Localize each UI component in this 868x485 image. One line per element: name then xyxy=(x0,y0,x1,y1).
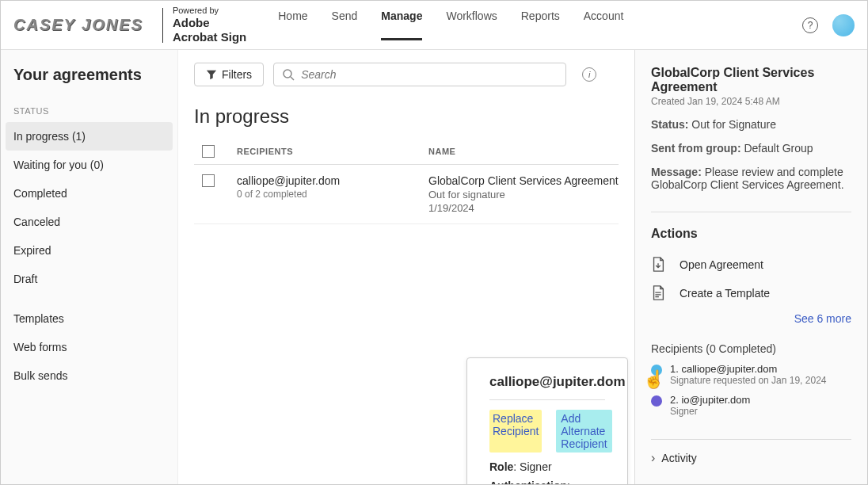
status-section-label: STATUS xyxy=(1,100,177,122)
row-email: calliope@jupiter.dom xyxy=(237,174,428,187)
chevron-right-icon: › xyxy=(651,451,655,465)
sidebar-item-bulk[interactable]: Bulk sends xyxy=(1,361,177,390)
sidebar-item-draft[interactable]: Draft xyxy=(1,265,177,293)
nav-account[interactable]: Account xyxy=(584,10,624,40)
created-date: Created Jan 19, 2024 5:48 AM xyxy=(651,96,851,107)
recipient-1[interactable]: 1. calliope@jupiter.dom Signature reques… xyxy=(651,363,851,386)
powered-by: Powered by Adobe Acrobat Sign xyxy=(173,6,246,44)
replace-recipient-button[interactable]: Replace Recipient xyxy=(489,410,542,453)
agreement-title: GlobalCorp Client Services Agreement xyxy=(651,66,851,94)
activity-toggle[interactable]: › Activity xyxy=(651,439,851,465)
page-heading: In progress xyxy=(194,105,619,128)
details-panel: GlobalCorp Client Services Agreement Cre… xyxy=(634,50,867,484)
row-date: 1/19/2024 xyxy=(428,202,619,214)
sidebar-item-canceled[interactable]: Canceled xyxy=(1,208,177,236)
row-checkbox[interactable] xyxy=(202,174,215,187)
nav-home[interactable]: Home xyxy=(278,10,307,40)
nav-workflows[interactable]: Workflows xyxy=(446,10,497,40)
actions-heading: Actions xyxy=(651,227,851,241)
nav-send[interactable]: Send xyxy=(332,10,358,40)
create-template-action[interactable]: Create a Template xyxy=(651,279,851,307)
svg-line-1 xyxy=(291,77,294,80)
header: CASEY JONES Powered by Adobe Acrobat Sig… xyxy=(1,1,867,50)
select-all-checkbox[interactable] xyxy=(202,145,215,158)
template-icon xyxy=(651,285,665,301)
sidebar-item-completed[interactable]: Completed xyxy=(1,179,177,208)
sidebar-item-in-progress[interactable]: In progress (1) xyxy=(6,122,173,151)
th-name: NAME xyxy=(428,147,619,156)
search-box[interactable] xyxy=(273,63,566,86)
recipients-title: Recipients (0 Completed) xyxy=(651,342,851,355)
table-row[interactable]: calliope@jupiter.dom 0 of 2 completed Gl… xyxy=(194,165,619,224)
divider xyxy=(162,8,163,43)
info-icon[interactable]: i xyxy=(582,67,596,82)
recipient-2[interactable]: 2. io@jupiter.dom Signer xyxy=(651,394,851,417)
sidebar-title: Your agreements xyxy=(1,66,177,100)
open-agreement-action[interactable]: Open Agreement xyxy=(651,250,851,279)
main-content: Filters i In progress RECIPIENTS NAME ca… xyxy=(178,50,634,484)
filter-icon xyxy=(206,69,217,80)
sidebar-item-expired[interactable]: Expired xyxy=(1,236,177,265)
document-icon xyxy=(651,257,665,273)
svg-point-0 xyxy=(284,70,291,78)
add-alternate-recipient-button[interactable]: Add Alternate Recipient xyxy=(556,410,611,453)
popover-title: calliope@jupiter.dom xyxy=(489,374,605,400)
sidebar-item-waiting[interactable]: Waiting for you (0) xyxy=(1,151,177,179)
help-icon[interactable]: ? xyxy=(802,17,818,33)
filters-button[interactable]: Filters xyxy=(194,63,264,86)
row-status: Out for signature xyxy=(428,189,619,200)
see-more-link[interactable]: See 6 more xyxy=(651,312,851,325)
th-recipients: RECIPIENTS xyxy=(237,147,428,156)
row-title: GlobalCorp Client Services Agreement xyxy=(428,174,619,187)
search-input[interactable] xyxy=(301,68,558,81)
avatar[interactable] xyxy=(832,14,855,36)
recipient-status-dot xyxy=(651,395,662,407)
sidebar-item-webforms[interactable]: Web forms xyxy=(1,333,177,361)
sidebar-item-templates[interactable]: Templates xyxy=(1,304,177,333)
row-completed: 0 of 2 completed xyxy=(237,189,428,200)
nav-manage[interactable]: Manage xyxy=(381,10,422,40)
table-header: RECIPIENTS NAME xyxy=(194,139,619,165)
recipient-popover: calliope@jupiter.dom Replace Recipient A… xyxy=(466,357,628,484)
brand-logo: CASEY JONES xyxy=(13,16,143,34)
nav-reports[interactable]: Reports xyxy=(521,10,560,40)
top-nav: Home Send Manage Workflows Reports Accou… xyxy=(278,10,623,40)
sidebar: Your agreements STATUS In progress (1) W… xyxy=(1,50,178,484)
recipient-status-dot xyxy=(651,365,662,376)
search-icon xyxy=(282,68,295,81)
